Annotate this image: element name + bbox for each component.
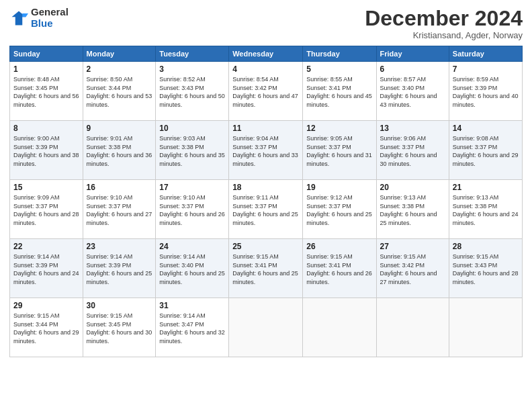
- day-number: 26: [306, 242, 372, 251]
- calendar-cell: 27 Sunrise: 9:15 AM Sunset: 3:42 PM Dayl…: [376, 239, 449, 298]
- calendar-cell: 24 Sunrise: 9:14 AM Sunset: 3:40 PM Dayl…: [156, 239, 229, 298]
- day-info: Sunrise: 9:11 AM Sunset: 3:37 PM Dayligh…: [232, 193, 299, 227]
- day-info: Sunrise: 9:14 AM Sunset: 3:40 PM Dayligh…: [159, 253, 225, 286]
- calendar-cell: 13 Sunrise: 9:06 AM Sunset: 3:37 PM Dayl…: [376, 121, 449, 180]
- day-number: 14: [453, 124, 519, 133]
- calendar-cell: 15 Sunrise: 9:09 AM Sunset: 3:37 PM Dayl…: [10, 180, 83, 239]
- day-info: Sunrise: 9:14 AM Sunset: 3:47 PM Dayligh…: [159, 312, 225, 345]
- col-saturday: Saturday: [449, 46, 522, 62]
- title-block: December 2024 Kristiansand, Agder, Norwa…: [365, 7, 523, 40]
- day-info: Sunrise: 9:13 AM Sunset: 3:38 PM Dayligh…: [453, 193, 519, 227]
- calendar-cell: 2 Sunrise: 8:50 AM Sunset: 3:44 PM Dayli…: [83, 62, 156, 121]
- calendar-cell: 4 Sunrise: 8:54 AM Sunset: 3:42 PM Dayli…: [229, 62, 303, 121]
- calendar-cell: 5 Sunrise: 8:55 AM Sunset: 3:41 PM Dayli…: [303, 62, 376, 121]
- day-number: 10: [159, 124, 225, 133]
- day-number: 27: [380, 242, 445, 251]
- calendar-week-3: 15 Sunrise: 9:09 AM Sunset: 3:37 PM Dayl…: [10, 180, 523, 239]
- calendar-cell: 19 Sunrise: 9:12 AM Sunset: 3:37 PM Dayl…: [303, 180, 376, 239]
- day-info: Sunrise: 8:57 AM Sunset: 3:40 PM Dayligh…: [380, 75, 445, 109]
- calendar-cell: 25 Sunrise: 9:15 AM Sunset: 3:41 PM Dayl…: [229, 239, 303, 298]
- day-number: 2: [87, 64, 152, 74]
- calendar-cell: 28 Sunrise: 9:15 AM Sunset: 3:43 PM Dayl…: [449, 239, 522, 298]
- day-info: Sunrise: 9:08 AM Sunset: 3:37 PM Dayligh…: [453, 134, 519, 168]
- calendar-cell: 9 Sunrise: 9:01 AM Sunset: 3:38 PM Dayli…: [83, 121, 156, 180]
- day-info: Sunrise: 9:09 AM Sunset: 3:37 PM Dayligh…: [13, 193, 79, 227]
- logo-blue-text: Blue: [31, 18, 69, 30]
- month-title: December 2024: [365, 7, 523, 30]
- day-info: Sunrise: 8:59 AM Sunset: 3:39 PM Dayligh…: [453, 75, 519, 109]
- logo-text: General Blue: [31, 7, 69, 29]
- day-number: 6: [380, 64, 445, 74]
- day-info: Sunrise: 9:06 AM Sunset: 3:37 PM Dayligh…: [380, 134, 445, 168]
- day-info: Sunrise: 8:55 AM Sunset: 3:41 PM Dayligh…: [306, 75, 372, 109]
- calendar-cell: 10 Sunrise: 9:03 AM Sunset: 3:38 PM Dayl…: [156, 121, 229, 180]
- day-number: 23: [87, 242, 152, 251]
- day-info: Sunrise: 9:04 AM Sunset: 3:37 PM Dayligh…: [232, 134, 299, 168]
- calendar: Sunday Monday Tuesday Wednesday Thursday…: [9, 46, 523, 357]
- day-info: Sunrise: 9:10 AM Sunset: 3:37 PM Dayligh…: [159, 193, 225, 227]
- day-number: 31: [159, 301, 225, 310]
- day-info: Sunrise: 9:12 AM Sunset: 3:37 PM Dayligh…: [306, 193, 372, 227]
- svg-marker-0: [12, 11, 26, 25]
- day-number: 15: [13, 183, 79, 192]
- calendar-cell: 6 Sunrise: 8:57 AM Sunset: 3:40 PM Dayli…: [376, 62, 449, 121]
- day-number: 24: [159, 242, 225, 251]
- logo-general-text: General: [31, 7, 69, 18]
- day-info: Sunrise: 9:00 AM Sunset: 3:39 PM Dayligh…: [13, 134, 79, 168]
- page: General Blue December 2024 Kristiansand,…: [0, 0, 532, 411]
- calendar-cell: 20 Sunrise: 9:13 AM Sunset: 3:38 PM Dayl…: [376, 180, 449, 239]
- calendar-cell: 23 Sunrise: 9:14 AM Sunset: 3:39 PM Dayl…: [83, 239, 156, 298]
- calendar-cell: 11 Sunrise: 9:04 AM Sunset: 3:37 PM Dayl…: [229, 121, 303, 180]
- calendar-cell: 30 Sunrise: 9:15 AM Sunset: 3:45 PM Dayl…: [83, 298, 156, 357]
- day-number: 25: [232, 242, 299, 251]
- day-info: Sunrise: 8:52 AM Sunset: 3:43 PM Dayligh…: [159, 75, 225, 109]
- calendar-cell: 21 Sunrise: 9:13 AM Sunset: 3:38 PM Dayl…: [449, 180, 522, 239]
- day-number: 29: [13, 301, 79, 310]
- col-sunday: Sunday: [10, 46, 83, 62]
- day-number: 17: [159, 183, 225, 192]
- calendar-week-4: 22 Sunrise: 9:14 AM Sunset: 3:39 PM Dayl…: [10, 239, 523, 298]
- calendar-header-row: Sunday Monday Tuesday Wednesday Thursday…: [10, 46, 523, 62]
- calendar-cell: 18 Sunrise: 9:11 AM Sunset: 3:37 PM Dayl…: [229, 180, 303, 239]
- col-tuesday: Tuesday: [156, 46, 229, 62]
- day-number: 4: [232, 64, 299, 74]
- day-info: Sunrise: 9:03 AM Sunset: 3:38 PM Dayligh…: [159, 134, 225, 168]
- day-number: 12: [306, 124, 372, 133]
- day-info: Sunrise: 9:15 AM Sunset: 3:42 PM Dayligh…: [380, 253, 445, 286]
- calendar-cell: 1 Sunrise: 8:48 AM Sunset: 3:45 PM Dayli…: [10, 62, 83, 121]
- svg-marker-1: [22, 13, 28, 17]
- day-number: 18: [232, 183, 299, 192]
- day-info: Sunrise: 9:01 AM Sunset: 3:38 PM Dayligh…: [87, 134, 152, 168]
- day-number: 19: [306, 183, 372, 192]
- day-number: 22: [13, 242, 79, 251]
- calendar-cell: [303, 298, 376, 357]
- day-number: 13: [380, 124, 445, 133]
- day-info: Sunrise: 9:15 AM Sunset: 3:43 PM Dayligh…: [453, 253, 519, 286]
- logo: General Blue: [9, 7, 69, 29]
- header: General Blue December 2024 Kristiansand,…: [9, 7, 523, 40]
- day-info: Sunrise: 9:14 AM Sunset: 3:39 PM Dayligh…: [87, 253, 152, 286]
- day-info: Sunrise: 9:15 AM Sunset: 3:41 PM Dayligh…: [306, 253, 372, 286]
- day-number: 8: [13, 124, 79, 133]
- day-info: Sunrise: 9:15 AM Sunset: 3:45 PM Dayligh…: [87, 312, 152, 345]
- day-number: 21: [453, 183, 519, 192]
- calendar-cell: [449, 298, 522, 357]
- day-info: Sunrise: 8:48 AM Sunset: 3:45 PM Dayligh…: [13, 75, 79, 109]
- day-number: 7: [453, 64, 519, 74]
- calendar-cell: 7 Sunrise: 8:59 AM Sunset: 3:39 PM Dayli…: [449, 62, 522, 121]
- day-info: Sunrise: 9:13 AM Sunset: 3:38 PM Dayligh…: [380, 193, 445, 227]
- calendar-cell: 8 Sunrise: 9:00 AM Sunset: 3:39 PM Dayli…: [10, 121, 83, 180]
- logo-icon: [9, 9, 28, 28]
- calendar-cell: 3 Sunrise: 8:52 AM Sunset: 3:43 PM Dayli…: [156, 62, 229, 121]
- calendar-cell: 12 Sunrise: 9:05 AM Sunset: 3:37 PM Dayl…: [303, 121, 376, 180]
- col-monday: Monday: [83, 46, 156, 62]
- day-number: 1: [13, 64, 79, 74]
- col-wednesday: Wednesday: [229, 46, 303, 62]
- day-info: Sunrise: 9:15 AM Sunset: 3:44 PM Dayligh…: [13, 312, 79, 345]
- calendar-week-1: 1 Sunrise: 8:48 AM Sunset: 3:45 PM Dayli…: [10, 62, 523, 121]
- day-number: 20: [380, 183, 445, 192]
- day-number: 28: [453, 242, 519, 251]
- calendar-cell: [376, 298, 449, 357]
- day-number: 5: [306, 64, 372, 74]
- day-info: Sunrise: 9:10 AM Sunset: 3:37 PM Dayligh…: [87, 193, 152, 227]
